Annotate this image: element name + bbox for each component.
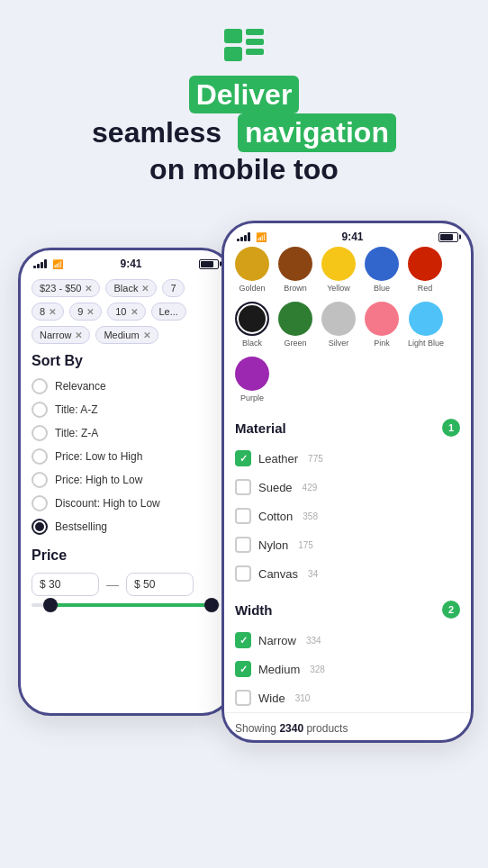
width-wide[interactable]: Wide 310: [235, 683, 460, 712]
phone-right: 📶 9:41 Golden Brown Yellow Blu: [221, 221, 474, 743]
sort-title-az[interactable]: Title: A-Z: [32, 402, 221, 418]
checkbox-leather[interactable]: ✓: [235, 450, 251, 466]
tag-black[interactable]: Black ✕: [105, 279, 157, 297]
color-silver[interactable]: Silver: [321, 302, 356, 348]
radio-price-high[interactable]: [32, 472, 48, 488]
color-light-blue[interactable]: Light Blue: [408, 302, 444, 348]
svg-rect-3: [246, 39, 264, 45]
color-circle-brown[interactable]: [278, 247, 312, 281]
width-medium[interactable]: ✓ Medium 328: [235, 655, 460, 683]
color-brown[interactable]: Brown: [278, 247, 312, 293]
tag-9[interactable]: 9 ✕: [69, 303, 102, 321]
tag-black-label: Black: [113, 283, 138, 294]
tag-9-label: 9: [77, 306, 83, 317]
checkbox-nylon[interactable]: [235, 537, 251, 553]
color-circle-green[interactable]: [278, 302, 312, 336]
checkbox-suede[interactable]: [235, 479, 251, 495]
tag-9-remove[interactable]: ✕: [86, 307, 94, 317]
checkbox-wide[interactable]: [235, 690, 251, 706]
slider-thumb-right[interactable]: [204, 598, 219, 612]
price-slider[interactable]: [32, 603, 221, 607]
wifi-icon: 📶: [52, 259, 63, 269]
svg-rect-2: [224, 47, 242, 61]
tag-10-remove[interactable]: ✕: [131, 307, 138, 317]
signal-area: 📶: [33, 259, 63, 269]
color-circle-purple[interactable]: [235, 357, 269, 391]
radio-discount[interactable]: [32, 495, 48, 511]
signal-bars-icon: [33, 259, 47, 268]
price-title: Price: [32, 547, 221, 564]
hero-section: Deliver seamless navigation on mobile to…: [92, 0, 396, 186]
material-canvas[interactable]: Canvas 34: [235, 559, 460, 588]
sort-price-low[interactable]: Price: Low to High: [32, 448, 221, 465]
checkbox-narrow[interactable]: ✓: [235, 632, 251, 648]
phone-left: 📶 9:41 $23 - $50 ✕ Black ✕ 7: [18, 248, 234, 716]
color-circle-yellow[interactable]: [321, 247, 356, 281]
color-green[interactable]: Green: [278, 302, 312, 348]
color-circle-golden[interactable]: [235, 247, 269, 281]
tag-black-remove[interactable]: ✕: [141, 284, 149, 294]
color-circle-red[interactable]: [408, 247, 442, 281]
tag-medium[interactable]: Medium ✕: [95, 326, 158, 344]
material-nylon[interactable]: Nylon 175: [235, 530, 460, 559]
phones-container: 📶 9:41 $23 - $50 ✕ Black ✕ 7: [0, 212, 488, 770]
radio-price-low[interactable]: [32, 448, 48, 465]
sort-title-za[interactable]: Title: Z-A: [32, 425, 221, 441]
material-cotton[interactable]: Cotton 358: [235, 502, 460, 530]
tag-price-label: $23 - $50: [40, 283, 81, 294]
width-header: Width 2: [224, 601, 471, 619]
color-yellow[interactable]: Yellow: [321, 247, 356, 293]
sort-discount[interactable]: Discount: High to Low: [32, 495, 221, 511]
tag-medium-remove[interactable]: ✕: [143, 330, 150, 340]
width-badge: 2: [442, 601, 460, 619]
battery-icon-left: [199, 259, 219, 269]
radio-title-az[interactable]: [32, 402, 48, 418]
material-suede[interactable]: Suede 429: [235, 473, 460, 502]
tag-price[interactable]: $23 - $50 ✕: [32, 279, 100, 297]
width-narrow[interactable]: ✓ Narrow 334: [235, 626, 460, 655]
checkmark-leather: ✓: [239, 453, 248, 465]
tag-narrow[interactable]: Narrow ✕: [32, 326, 90, 344]
price-section: Price $ 30 — $ 50: [32, 547, 221, 607]
sort-radio-list: Relevance Title: A-Z Title: Z-A Price: L…: [32, 378, 221, 535]
sort-price-high[interactable]: Price: High to Low: [32, 472, 221, 488]
color-golden[interactable]: Golden: [235, 247, 269, 293]
radio-relevance[interactable]: [32, 378, 48, 394]
radio-title-za[interactable]: [32, 425, 48, 441]
tag-10[interactable]: 10 ✕: [107, 303, 145, 321]
color-black[interactable]: Black: [235, 302, 269, 348]
sort-by-title: Sort By: [32, 353, 221, 369]
tag-10-label: 10: [115, 306, 126, 317]
color-circle-light-blue[interactable]: [409, 302, 443, 336]
checkmark-medium: ✓: [239, 664, 248, 675]
color-circle-pink[interactable]: [365, 302, 399, 336]
tag-narrow-remove[interactable]: ✕: [75, 330, 82, 340]
checkbox-cotton[interactable]: [235, 508, 251, 524]
price-min-input[interactable]: $ 30: [32, 573, 99, 596]
tag-7[interactable]: 7: [162, 279, 184, 297]
sort-bestselling[interactable]: Bestselling: [32, 519, 221, 535]
tag-8[interactable]: 8 ✕: [32, 303, 64, 321]
status-bar-left: 📶 9:41: [21, 250, 231, 274]
color-blue[interactable]: Blue: [365, 247, 399, 293]
app-logo-icon: [224, 29, 264, 61]
checkbox-medium[interactable]: ✓: [235, 661, 251, 677]
color-circle-black[interactable]: [235, 302, 269, 336]
signal-bars-right-icon: [237, 232, 250, 241]
color-red[interactable]: Red: [408, 247, 442, 293]
color-circle-blue[interactable]: [365, 247, 399, 281]
color-circle-silver[interactable]: [321, 302, 356, 336]
filter-tags: $23 - $50 ✕ Black ✕ 7 8 ✕ 9 ✕: [32, 279, 221, 344]
checkbox-canvas[interactable]: [235, 565, 251, 582]
tag-le[interactable]: Le...: [151, 303, 186, 321]
sort-relevance[interactable]: Relevance: [32, 378, 221, 394]
slider-thumb-left[interactable]: [43, 598, 58, 612]
tag-price-remove[interactable]: ✕: [85, 284, 92, 294]
tag-8-remove[interactable]: ✕: [49, 307, 56, 317]
showing-text: Showing 2340 products: [224, 712, 471, 743]
material-leather[interactable]: ✓ Leather 775: [235, 444, 460, 473]
radio-bestselling[interactable]: [32, 519, 48, 535]
color-pink[interactable]: Pink: [365, 302, 399, 348]
color-purple[interactable]: Purple: [235, 357, 269, 402]
price-max-input[interactable]: $ 50: [126, 573, 194, 596]
